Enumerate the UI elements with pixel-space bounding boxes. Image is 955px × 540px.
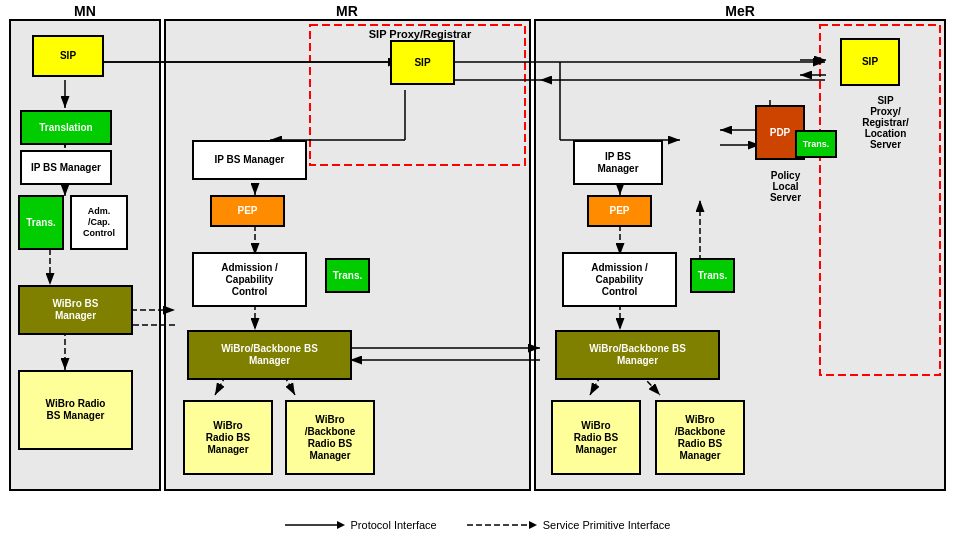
protocol-arrow-icon: [285, 518, 345, 532]
policy-local-server-label: PolicyLocalServer: [748, 170, 823, 203]
mn-ip-bs-manager-box: IP BS Manager: [20, 150, 112, 185]
service-legend: Service Primitive Interface: [467, 518, 671, 532]
mr-ip-bs-manager-box: IP BS Manager: [192, 140, 307, 180]
mr-pep-box: PEP: [210, 195, 285, 227]
mer-backbone-bs-box: WiBro/Backbone BSManager: [555, 330, 720, 380]
mr-trans-box: Trans.: [325, 258, 370, 293]
mn-wibro-bs-manager-box: WiBro BSManager: [18, 285, 133, 335]
mer-backbone-radio-box: WiBro/BackboneRadio BSManager: [655, 400, 745, 475]
mer-trans-adm-box: Trans.: [690, 258, 735, 293]
protocol-legend: Protocol Interface: [285, 518, 437, 532]
svg-marker-46: [529, 521, 537, 529]
mn-trans-box: Trans.: [18, 195, 64, 250]
mr-sip-box: SIP: [390, 40, 455, 85]
mer-sip-proxy-label: SIPProxy/Registrar/LocationServer: [828, 95, 943, 150]
mer-label: MeR: [725, 3, 755, 19]
mn-adm-cap-box: Adm./Cap.Control: [70, 195, 128, 250]
mer-ip-bs-manager-box: IP BSManager: [573, 140, 663, 185]
mr-adm-cap-box: Admission /CapabilityControl: [192, 252, 307, 307]
service-arrow-icon: [467, 518, 537, 532]
mr-wibro-radio-box: WiBroRadio BSManager: [183, 400, 273, 475]
svg-marker-44: [337, 521, 345, 529]
mn-wibro-radio-box: WiBro RadioBS Manager: [18, 370, 133, 450]
mn-sip-box: SIP: [32, 35, 104, 77]
mr-backbone-radio-box: WiBro/BackboneRadio BSManager: [285, 400, 375, 475]
mr-backbone-bs-box: WiBro/Backbone BSManager: [187, 330, 352, 380]
mer-wibro-radio-box: WiBroRadio BSManager: [551, 400, 641, 475]
mer-adm-cap-box: Admission /CapabilityControl: [562, 252, 677, 307]
mn-label: MN: [74, 3, 96, 19]
legend: Protocol Interface Service Primitive Int…: [285, 518, 671, 532]
diagram: MN MR MeR: [0, 0, 955, 540]
mer-sip-right-box: SIP: [840, 38, 900, 86]
arrows-svg: MN MR MeR: [0, 0, 955, 540]
mn-translation-box: Translation: [20, 110, 112, 145]
mer-pep-box: PEP: [587, 195, 652, 227]
mr-label: MR: [336, 3, 358, 19]
